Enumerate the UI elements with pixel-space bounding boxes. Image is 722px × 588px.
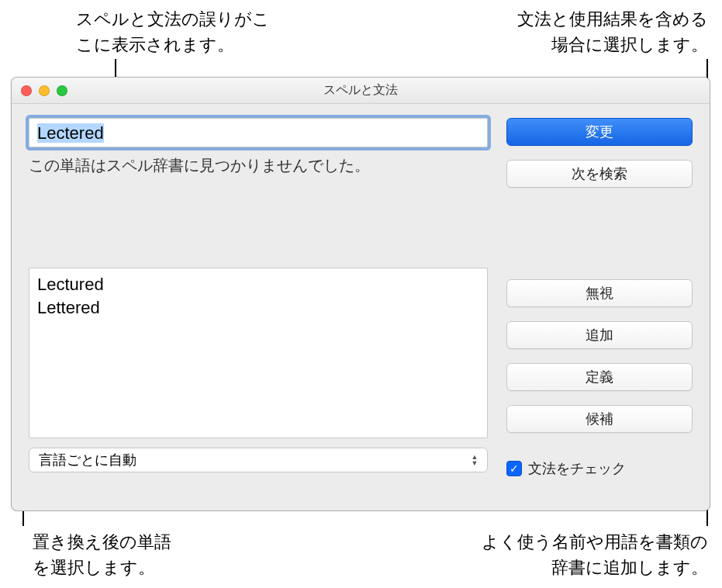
language-select-label: 言語ごとに自動: [39, 451, 136, 469]
callout-bottom-right: よく使う名前や用語を書類の 辞書に追加します。: [482, 529, 708, 580]
language-select[interactable]: 言語ごとに自動 ▲▼: [29, 448, 488, 472]
chevron-up-down-icon: ▲▼: [467, 451, 482, 469]
check-grammar-label: 文法をチェック: [528, 459, 626, 478]
titlebar: スペルと文法: [12, 78, 710, 104]
list-item[interactable]: Lectured: [37, 273, 479, 296]
callout-top-right: 文法と使用結果を含める 場合に選択します。: [517, 6, 708, 57]
misspelled-word: Lectered: [37, 123, 104, 143]
not-found-message: この単語はスペル辞書に見つかりませんでした。: [29, 155, 488, 176]
window-title: スペルと文法: [12, 82, 710, 99]
callout-bottom-left: 置き換え後の単語 を選択します。: [33, 529, 171, 580]
close-icon[interactable]: [21, 85, 32, 96]
ignore-button[interactable]: 無視: [506, 279, 693, 307]
define-button[interactable]: 定義: [506, 363, 693, 391]
list-item[interactable]: Lettered: [37, 296, 479, 320]
window-body: Lectered この単語はスペル辞書に見つかりませんでした。 Lectured…: [12, 104, 710, 510]
callout-top-left: スペルと文法の誤りがこ こに表示されます。: [76, 6, 270, 57]
bottom-row: 言語ごとに自動 ▲▼: [29, 448, 488, 472]
traffic-lights: [21, 85, 67, 96]
misspelled-word-field[interactable]: Lectered: [29, 118, 488, 147]
find-next-button[interactable]: 次を検索: [506, 160, 693, 188]
spelling-grammar-window: スペルと文法 Lectered この単語はスペル辞書に見つかりませんでした。 L…: [11, 77, 710, 511]
change-button[interactable]: 変更: [506, 118, 693, 146]
left-column: Lectered この単語はスペル辞書に見つかりませんでした。 Lectured…: [29, 118, 488, 496]
minimize-icon[interactable]: [39, 85, 50, 96]
check-grammar-row[interactable]: ✓ 文法をチェック: [506, 459, 693, 478]
guesses-button[interactable]: 候補: [506, 405, 693, 433]
right-column: 変更 次を検索 無視 追加 定義 候補 ✓ 文法をチェック: [506, 118, 693, 496]
learn-button[interactable]: 追加: [506, 321, 693, 349]
checkbox-checked-icon[interactable]: ✓: [506, 461, 522, 476]
suggestions-list[interactable]: Lectured Lettered: [29, 268, 488, 438]
maximize-icon[interactable]: [57, 85, 67, 96]
